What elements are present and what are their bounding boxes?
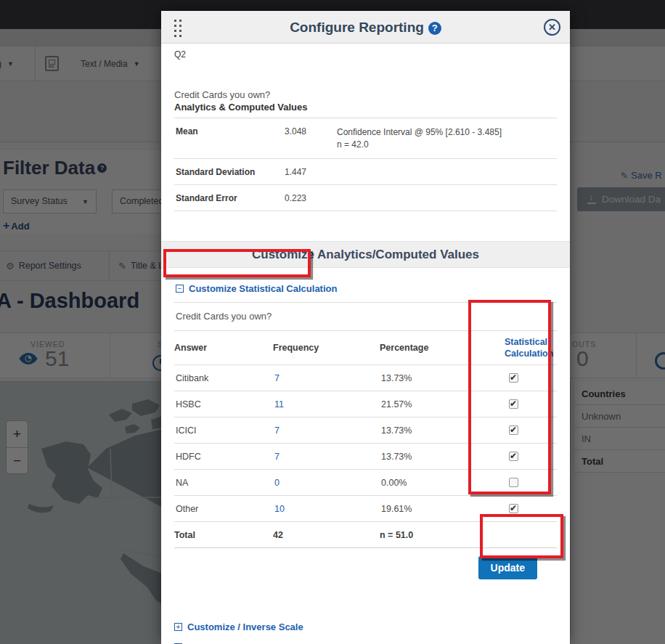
analytics-row-value: 0.223 [285, 193, 337, 203]
collapsed-section-label: Customize / Inverse Scale [187, 621, 303, 632]
analytics-rows: Mean 3.048 Confidence Interval @ 95% [2.… [174, 118, 557, 211]
analytics-row-label: Standard Deviation [176, 167, 285, 177]
col-frequency: Frequency [273, 343, 380, 353]
analytics-row-value: 3.048 [285, 126, 337, 151]
frequency-link[interactable]: 11 [273, 399, 380, 409]
help-icon[interactable]: ? [428, 22, 441, 35]
total-percentage: n = 51.0 [380, 530, 489, 540]
statistical-calculation-checkbox[interactable] [509, 504, 518, 513]
customize-statistical-calculation-label: Customize Statistical Calculation [189, 283, 337, 294]
answer-cell: NA [174, 478, 273, 488]
collapse-minus-icon: − [176, 285, 184, 293]
analytics-row-note [337, 167, 557, 177]
expand-plus-icon: + [174, 623, 182, 631]
question-code: Q2 [174, 44, 557, 60]
frequency-link[interactable]: 7 [273, 452, 380, 462]
frequency-link[interactable]: 7 [273, 373, 380, 383]
total-frequency: 42 [273, 530, 380, 540]
answer-cell: Citibank [174, 373, 273, 383]
annotation-box-checkbox-column [468, 300, 551, 494]
annotation-box-update-button [480, 514, 563, 558]
answer-cell: ICICI [174, 425, 273, 436]
collapsed-sections: + Customize / Inverse Scale + Custom Sco… [174, 621, 557, 644]
analytics-row-label: Standard Error [176, 193, 285, 203]
modal-header: Configure Reporting? ✕ [161, 11, 570, 44]
close-icon[interactable]: ✕ [544, 19, 560, 36]
analytics-row-note [337, 193, 557, 203]
screenshot-stage: ing ▼ Text / Media ▼ Report Link https:/… [0, 0, 665, 644]
analytics-row-note: Confidence Interval @ 95% [2.610 - 3.485… [337, 126, 557, 151]
annotation-box-statistical-link [163, 249, 311, 277]
frequency-link[interactable]: 7 [273, 425, 380, 436]
answer-cell: HDFC [174, 452, 273, 462]
analytics-row-label: Mean [176, 126, 285, 151]
analytics-row-value: 1.447 [285, 167, 337, 177]
answer-cell: HSBC [174, 399, 273, 409]
analytics-row: Standard Error 0.223 [174, 185, 557, 211]
analytics-row: Standard Deviation 1.447 [174, 159, 557, 185]
update-button[interactable]: Update [478, 556, 537, 579]
answer-cell: Other [174, 504, 273, 514]
col-answer: Answer [174, 343, 273, 353]
frequency-link[interactable]: 0 [273, 478, 380, 488]
percentage-cell: 19.61% [380, 504, 489, 514]
analytics-heading: Analytics & Computed Values [174, 102, 557, 118]
analytics-row: Mean 3.048 Confidence Interval @ 95% [2.… [174, 118, 557, 159]
collapsed-section-link[interactable]: + Customize / Inverse Scale [174, 621, 557, 632]
question-text: Credit Cards you own? [174, 89, 557, 100]
modal-title: Configure Reporting? [161, 11, 570, 44]
frequency-link[interactable]: 10 [273, 504, 380, 514]
total-label: Total [174, 530, 273, 540]
update-row: Update [174, 556, 557, 579]
